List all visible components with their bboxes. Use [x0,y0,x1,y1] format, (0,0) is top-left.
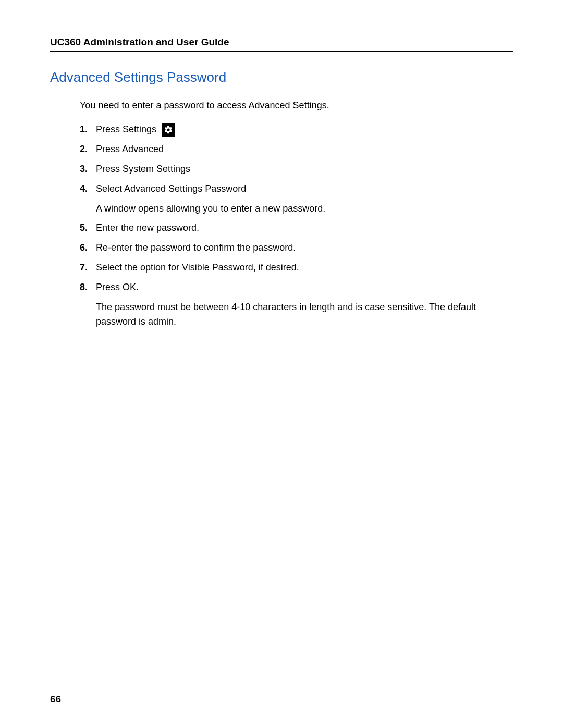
step-item: 2. Press Advanced [80,142,513,157]
step-text: Press OK. [96,280,513,295]
step-item: 5. Enter the new password. [80,221,513,236]
step-number: 7. [80,261,93,275]
settings-icon [162,123,175,137]
section-intro: You need to enter a password to access A… [80,100,513,111]
step-item: 8. Press OK. [80,280,513,295]
section-heading: Advanced Settings Password [50,69,513,85]
step-text: Press Settings [96,122,513,137]
step-text: Select Advanced Settings Password [96,182,513,196]
step-text: Enter the new password. [96,221,513,236]
step-number: 2. [80,142,93,157]
step-sub-text: A window opens allowing you to enter a n… [96,202,513,216]
step-item: 3. Press System Settings [80,162,513,177]
step-number: 8. [80,280,93,295]
step-item: 1. Press Settings [80,122,513,137]
page-number: 66 [50,694,61,705]
step-sub-text: The password must be between 4-10 charac… [96,300,513,329]
step-number: 3. [80,162,93,177]
step-item: 6. Re-enter the password to confirm the … [80,241,513,255]
step-text: Press System Settings [96,162,513,177]
step-number: 4. [80,182,93,196]
step-item: 7. Select the option for Visible Passwor… [80,261,513,275]
header-divider [50,51,513,52]
step-text-label: Press Settings [96,122,156,137]
step-text: Select the option for Visible Password, … [96,261,513,275]
step-list: 1. Press Settings 2. Press Advanced 3. P… [80,122,513,196]
step-text: Re-enter the password to confirm the pas… [96,241,513,255]
step-list: 5. Enter the new password. 6. Re-enter t… [80,221,513,295]
step-number: 1. [80,122,93,137]
step-number: 5. [80,221,93,236]
step-text: Press Advanced [96,142,513,157]
page-content: UC360 Administration and User Guide Adva… [0,0,563,329]
step-item: 4. Select Advanced Settings Password [80,182,513,196]
document-header-title: UC360 Administration and User Guide [50,36,513,48]
step-number: 6. [80,241,93,255]
